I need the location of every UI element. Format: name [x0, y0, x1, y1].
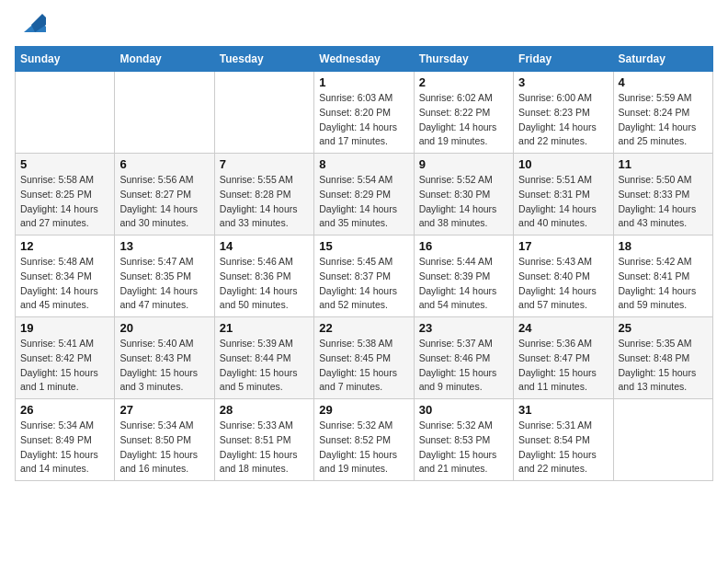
day-info: Sunrise: 5:34 AMSunset: 8:49 PMDaylight:… — [20, 419, 109, 477]
day-info: Sunrise: 5:44 AMSunset: 8:39 PMDaylight:… — [419, 255, 508, 313]
day-info: Sunrise: 5:51 AMSunset: 8:31 PMDaylight:… — [518, 173, 608, 231]
calendar-cell — [214, 72, 313, 154]
day-of-week-header: Tuesday — [214, 47, 313, 72]
day-info: Sunrise: 5:52 AMSunset: 8:30 PMDaylight:… — [419, 173, 508, 231]
day-info: Sunrise: 5:32 AMSunset: 8:53 PMDaylight:… — [419, 419, 508, 477]
calendar-cell: 17Sunrise: 5:43 AMSunset: 8:40 PMDayligh… — [514, 236, 613, 317]
calendar-week-row: 19Sunrise: 5:41 AMSunset: 8:42 PMDayligh… — [16, 317, 713, 399]
day-info: Sunrise: 5:34 AMSunset: 8:50 PMDaylight:… — [119, 419, 209, 477]
day-number: 8 — [319, 157, 408, 171]
day-number: 29 — [319, 403, 408, 417]
calendar-header-row: SundayMondayTuesdayWednesdayThursdayFrid… — [16, 47, 713, 72]
calendar-cell: 31Sunrise: 5:31 AMSunset: 8:54 PMDayligh… — [514, 399, 613, 481]
calendar-cell: 9Sunrise: 5:52 AMSunset: 8:30 PMDaylight… — [414, 154, 513, 236]
day-number: 18 — [619, 239, 708, 253]
calendar-cell: 12Sunrise: 5:48 AMSunset: 8:34 PMDayligh… — [16, 236, 115, 317]
day-number: 17 — [518, 239, 608, 253]
calendar-week-row: 12Sunrise: 5:48 AMSunset: 8:34 PMDayligh… — [16, 236, 713, 317]
day-info: Sunrise: 5:46 AMSunset: 8:36 PMDaylight:… — [220, 255, 309, 313]
day-number: 20 — [119, 321, 209, 335]
day-number: 9 — [419, 157, 508, 171]
day-number: 19 — [20, 321, 109, 335]
day-of-week-header: Monday — [115, 47, 214, 72]
calendar-cell: 13Sunrise: 5:47 AMSunset: 8:35 PMDayligh… — [115, 236, 214, 317]
day-number: 2 — [419, 75, 508, 89]
day-info: Sunrise: 5:37 AMSunset: 8:46 PMDaylight:… — [419, 337, 508, 395]
day-number: 25 — [619, 321, 708, 335]
day-number: 3 — [518, 75, 608, 89]
day-number: 7 — [220, 157, 309, 171]
day-number: 27 — [119, 403, 209, 417]
calendar-week-row: 5Sunrise: 5:58 AMSunset: 8:25 PMDaylight… — [16, 154, 713, 236]
day-number: 16 — [419, 239, 508, 253]
logo-icon — [17, 6, 46, 36]
day-number: 15 — [319, 239, 408, 253]
day-number: 23 — [419, 321, 508, 335]
day-of-week-header: Friday — [514, 47, 613, 72]
day-number: 12 — [20, 239, 109, 253]
day-info: Sunrise: 5:38 AMSunset: 8:45 PMDaylight:… — [319, 337, 408, 395]
page-header — [15, 15, 713, 37]
day-number: 11 — [619, 157, 708, 171]
calendar-cell: 27Sunrise: 5:34 AMSunset: 8:50 PMDayligh… — [115, 399, 214, 481]
calendar-cell: 6Sunrise: 5:56 AMSunset: 8:27 PMDaylight… — [115, 154, 214, 236]
day-number: 13 — [119, 239, 209, 253]
calendar-cell: 7Sunrise: 5:55 AMSunset: 8:28 PMDaylight… — [214, 154, 313, 236]
calendar-cell: 26Sunrise: 5:34 AMSunset: 8:49 PMDayligh… — [16, 399, 115, 481]
day-info: Sunrise: 5:36 AMSunset: 8:47 PMDaylight:… — [518, 337, 608, 395]
day-info: Sunrise: 5:50 AMSunset: 8:33 PMDaylight:… — [619, 173, 708, 231]
day-of-week-header: Saturday — [613, 47, 712, 72]
calendar-cell: 14Sunrise: 5:46 AMSunset: 8:36 PMDayligh… — [214, 236, 313, 317]
day-number: 6 — [119, 157, 209, 171]
calendar-week-row: 1Sunrise: 6:03 AMSunset: 8:20 PMDaylight… — [16, 72, 713, 154]
day-of-week-header: Wednesday — [314, 47, 414, 72]
calendar-cell: 24Sunrise: 5:36 AMSunset: 8:47 PMDayligh… — [514, 317, 613, 399]
day-info: Sunrise: 6:02 AMSunset: 8:22 PMDaylight:… — [419, 91, 508, 149]
calendar-table: SundayMondayTuesdayWednesdayThursdayFrid… — [15, 46, 713, 481]
day-info: Sunrise: 5:56 AMSunset: 8:27 PMDaylight:… — [119, 173, 209, 231]
day-number: 21 — [220, 321, 309, 335]
calendar-cell: 20Sunrise: 5:40 AMSunset: 8:43 PMDayligh… — [115, 317, 214, 399]
day-number: 22 — [319, 321, 408, 335]
calendar-cell: 21Sunrise: 5:39 AMSunset: 8:44 PMDayligh… — [214, 317, 313, 399]
day-number: 30 — [419, 403, 508, 417]
day-number: 31 — [518, 403, 608, 417]
calendar-cell: 29Sunrise: 5:32 AMSunset: 8:52 PMDayligh… — [314, 399, 414, 481]
day-info: Sunrise: 5:41 AMSunset: 8:42 PMDaylight:… — [20, 337, 109, 395]
calendar-cell: 4Sunrise: 5:59 AMSunset: 8:24 PMDaylight… — [613, 72, 712, 154]
day-number: 4 — [619, 75, 708, 89]
calendar-cell: 15Sunrise: 5:45 AMSunset: 8:37 PMDayligh… — [314, 236, 414, 317]
calendar-cell: 23Sunrise: 5:37 AMSunset: 8:46 PMDayligh… — [414, 317, 513, 399]
day-info: Sunrise: 5:42 AMSunset: 8:41 PMDaylight:… — [619, 255, 708, 313]
day-info: Sunrise: 5:58 AMSunset: 8:25 PMDaylight:… — [20, 173, 109, 231]
calendar-week-row: 26Sunrise: 5:34 AMSunset: 8:49 PMDayligh… — [16, 399, 713, 481]
calendar-cell: 5Sunrise: 5:58 AMSunset: 8:25 PMDaylight… — [16, 154, 115, 236]
day-info: Sunrise: 5:33 AMSunset: 8:51 PMDaylight:… — [220, 419, 309, 477]
calendar-cell: 1Sunrise: 6:03 AMSunset: 8:20 PMDaylight… — [314, 72, 414, 154]
day-number: 26 — [20, 403, 109, 417]
day-info: Sunrise: 5:32 AMSunset: 8:52 PMDaylight:… — [319, 419, 408, 477]
day-info: Sunrise: 5:54 AMSunset: 8:29 PMDaylight:… — [319, 173, 408, 231]
calendar-cell: 8Sunrise: 5:54 AMSunset: 8:29 PMDaylight… — [314, 154, 414, 236]
day-of-week-header: Sunday — [16, 47, 115, 72]
day-info: Sunrise: 5:48 AMSunset: 8:34 PMDaylight:… — [20, 255, 109, 313]
day-info: Sunrise: 6:00 AMSunset: 8:23 PMDaylight:… — [518, 91, 608, 149]
day-number: 14 — [220, 239, 309, 253]
calendar-cell: 11Sunrise: 5:50 AMSunset: 8:33 PMDayligh… — [613, 154, 712, 236]
day-info: Sunrise: 5:59 AMSunset: 8:24 PMDaylight:… — [619, 91, 708, 149]
day-of-week-header: Thursday — [414, 47, 513, 72]
day-number: 1 — [319, 75, 408, 89]
day-info: Sunrise: 6:03 AMSunset: 8:20 PMDaylight:… — [319, 91, 408, 149]
day-info: Sunrise: 5:31 AMSunset: 8:54 PMDaylight:… — [518, 419, 608, 477]
day-info: Sunrise: 5:45 AMSunset: 8:37 PMDaylight:… — [319, 255, 408, 313]
calendar-cell: 16Sunrise: 5:44 AMSunset: 8:39 PMDayligh… — [414, 236, 513, 317]
day-number: 28 — [220, 403, 309, 417]
day-number: 24 — [518, 321, 608, 335]
calendar-cell: 18Sunrise: 5:42 AMSunset: 8:41 PMDayligh… — [613, 236, 712, 317]
calendar-cell: 3Sunrise: 6:00 AMSunset: 8:23 PMDaylight… — [514, 72, 613, 154]
day-number: 10 — [518, 157, 608, 171]
calendar-cell: 19Sunrise: 5:41 AMSunset: 8:42 PMDayligh… — [16, 317, 115, 399]
day-info: Sunrise: 5:47 AMSunset: 8:35 PMDaylight:… — [119, 255, 209, 313]
day-info: Sunrise: 5:35 AMSunset: 8:48 PMDaylight:… — [619, 337, 708, 395]
day-number: 5 — [20, 157, 109, 171]
